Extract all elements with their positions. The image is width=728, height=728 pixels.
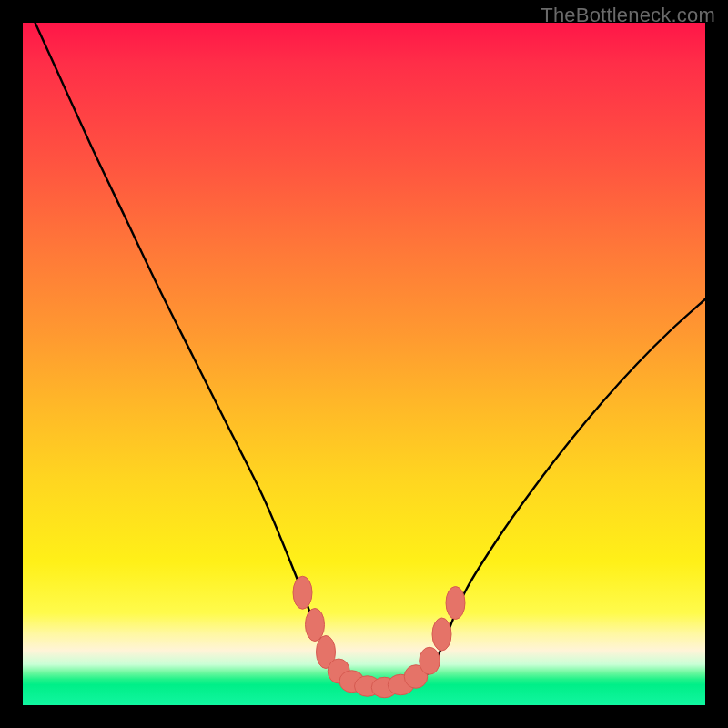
curve-marker [293,576,312,609]
curve-marker [446,587,465,620]
curve-marker [306,609,325,642]
chart-svg [23,23,705,705]
chart-plot-area [23,23,705,705]
curve-marker [420,647,440,674]
watermark-text: TheBottleneck.com [541,4,715,27]
chart-frame: TheBottleneck.com [0,0,728,728]
curve-markers [293,576,465,698]
bottleneck-curve [23,0,705,688]
curve-marker [432,618,451,651]
